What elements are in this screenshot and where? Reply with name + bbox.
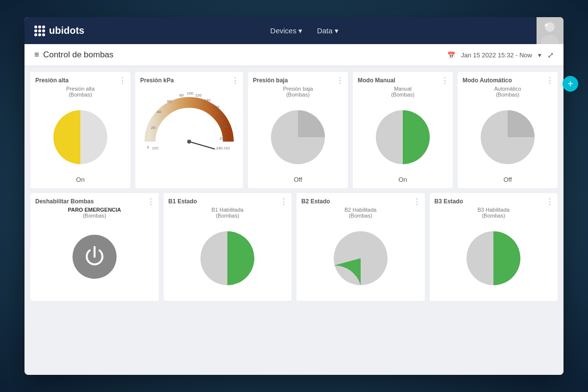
svg-line-20 bbox=[189, 142, 215, 149]
widget-menu-icon[interactable]: ⋮ bbox=[231, 76, 239, 85]
sub-nav: ≡ Control de bombas 📅 Jan 15 2022 15:32 … bbox=[24, 44, 564, 66]
widget-subtitle: Automático (Bombas) bbox=[494, 86, 521, 98]
widget-menu-icon[interactable]: ⋮ bbox=[441, 76, 449, 85]
svg-text:140: 140 bbox=[204, 98, 211, 102]
svg-text:80: 80 bbox=[179, 93, 184, 98]
svg-text:280: 280 bbox=[223, 146, 230, 150]
sub-nav-right: 📅 Jan 15 2022 15:32 - Now ▾ ⤢ bbox=[447, 50, 554, 60]
widget-title: Presión baja bbox=[253, 77, 288, 84]
logo-icon bbox=[34, 25, 45, 36]
widget-menu-icon[interactable]: ⋮ bbox=[413, 197, 421, 206]
widget-title: Deshabilitar Bombas bbox=[35, 198, 94, 205]
widget-deshabilitar-bombas: Deshabilitar Bombas ⋮ PARO EMERGENCIA (B… bbox=[30, 193, 159, 301]
dashboard: Presión alta ⋮ Presión alta (Bombas) On bbox=[24, 66, 564, 375]
svg-text:20: 20 bbox=[151, 125, 155, 130]
pie-chart bbox=[196, 226, 259, 290]
nav-center: Devices ▾ Data ▾ bbox=[270, 26, 339, 35]
nav-devices[interactable]: Devices ▾ bbox=[270, 26, 302, 35]
widget-presion-baja: Presión baja ⋮ Presión baja (Bombas) Off bbox=[248, 72, 348, 188]
pie-chart bbox=[371, 105, 435, 169]
widget-menu-icon[interactable]: ⋮ bbox=[119, 76, 126, 85]
chevron-down-icon: ▾ bbox=[538, 51, 541, 59]
power-circle bbox=[73, 235, 117, 279]
logo-text: ubidots bbox=[49, 25, 84, 36]
svg-text:100: 100 bbox=[187, 91, 194, 96]
widget-subtitle: PARO EMERGENCIA (Bombas) bbox=[68, 207, 121, 219]
widget-b3-estado: B3 Estado ⋮ B3 Habilitada (Bombas) bbox=[430, 193, 558, 301]
widget-b2-estado: B2 Estado ⋮ B2 Habilitada (Bombas) bbox=[296, 193, 425, 301]
widget-value: Off bbox=[294, 173, 302, 183]
svg-text:220: 220 bbox=[220, 136, 226, 141]
widget-value: On bbox=[76, 173, 84, 183]
date-range[interactable]: Jan 15 2022 15:32 - Now bbox=[461, 51, 532, 59]
widget-menu-icon[interactable]: ⋮ bbox=[336, 76, 344, 85]
widget-presion-alta: Presión alta ⋮ Presión alta (Bombas) On bbox=[30, 72, 130, 188]
svg-text:120: 120 bbox=[195, 93, 202, 98]
pie-chart bbox=[476, 105, 539, 169]
pie-chart bbox=[49, 105, 112, 169]
svg-text:40: 40 bbox=[157, 110, 161, 114]
expand-icon[interactable]: ⤢ bbox=[547, 50, 554, 60]
calendar-icon: 📅 bbox=[447, 51, 455, 59]
pie-chart bbox=[462, 226, 525, 290]
widget-subtitle: Manual (Bombas) bbox=[391, 86, 415, 98]
widget-modo-automatico: Modo Automático ⋮ Automático (Bombas) Of… bbox=[458, 72, 558, 188]
widget-subtitle: Presión baja (Bombas) bbox=[283, 86, 313, 98]
svg-text:180: 180 bbox=[219, 114, 225, 118]
top-nav: ubidots Devices ▾ Data ▾ bbox=[24, 17, 564, 44]
svg-text:0: 0 bbox=[147, 145, 149, 149]
hamburger-icon[interactable]: ≡ bbox=[34, 50, 39, 60]
pie-chart bbox=[329, 226, 392, 290]
svg-text:200: 200 bbox=[221, 124, 228, 129]
svg-point-21 bbox=[187, 140, 191, 144]
svg-text:240: 240 bbox=[216, 146, 223, 150]
user-avatar[interactable] bbox=[537, 17, 564, 44]
widget-title: Modo Manual bbox=[358, 77, 395, 84]
widget-menu-icon[interactable]: ⋮ bbox=[546, 197, 554, 206]
widget-value: On bbox=[398, 173, 407, 183]
widget-title: Presión kPa bbox=[140, 77, 174, 84]
widget-title: B2 Estado bbox=[301, 198, 330, 205]
pie-chart bbox=[266, 105, 330, 169]
gauge-chart: 0 20 40 60 80 100 120 140 160 180 200 22… bbox=[140, 88, 238, 147]
widget-modo-manual: Modo Manual ⋮ Manual (Bombas) On bbox=[353, 72, 453, 188]
power-button[interactable] bbox=[70, 232, 119, 281]
widget-subtitle: B1 Habilitada (Bombas) bbox=[212, 207, 244, 219]
widget-subtitle: B3 Habilitada (Bombas) bbox=[478, 207, 510, 219]
widget-row-1: Presión alta ⋮ Presión alta (Bombas) On bbox=[30, 72, 558, 188]
widget-value: Off bbox=[503, 173, 512, 183]
widget-menu-icon[interactable]: ⋮ bbox=[546, 76, 554, 85]
widget-title: B3 Estado bbox=[435, 198, 464, 205]
chevron-down-icon: ▾ bbox=[335, 26, 339, 35]
widget-presion-kpa: Presión kPa ⋮ bbox=[135, 72, 243, 188]
widget-row-2: Deshabilitar Bombas ⋮ PARO EMERGENCIA (B… bbox=[30, 193, 558, 301]
svg-text:260: 260 bbox=[152, 146, 159, 150]
nav-data[interactable]: Data ▾ bbox=[317, 26, 339, 35]
widget-title: Presión alta bbox=[35, 77, 69, 84]
widget-title: B1 Estado bbox=[169, 198, 197, 205]
widget-title: Modo Automático bbox=[463, 77, 512, 84]
chevron-down-icon: ▾ bbox=[298, 26, 302, 35]
svg-text:160: 160 bbox=[213, 105, 220, 109]
widget-b1-estado: B1 Estado ⋮ B1 Habilitada (Bombas) bbox=[164, 193, 292, 301]
widget-subtitle: Presión alta (Bombas) bbox=[66, 86, 95, 98]
widget-menu-icon[interactable]: ⋮ bbox=[280, 197, 288, 206]
logo-area: ubidots bbox=[34, 25, 84, 36]
svg-point-3 bbox=[545, 24, 548, 26]
browser-window: ubidots Devices ▾ Data ▾ ≡ Control de bbox=[24, 17, 564, 375]
page-title: ≡ Control de bombas bbox=[34, 50, 114, 60]
svg-text:60: 60 bbox=[167, 99, 172, 103]
widget-menu-icon[interactable]: ⋮ bbox=[147, 197, 155, 206]
widget-subtitle: B2 Habilitada (Bombas) bbox=[344, 207, 376, 219]
